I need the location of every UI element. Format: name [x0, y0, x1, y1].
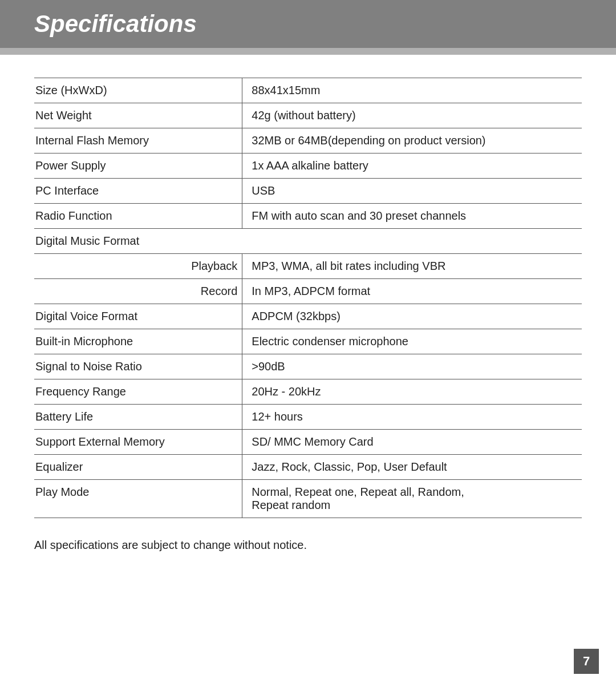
table-row: PlaybackMP3, WMA, all bit rates includin… — [34, 254, 582, 279]
specifications-table: Size (HxWxD)88x41x15mmNet Weight42g (wit… — [34, 78, 582, 518]
table-row: Signal to Noise Ratio>90dB — [34, 354, 582, 379]
content-area: Size (HxWxD)88x41x15mmNet Weight42g (wit… — [0, 55, 616, 575]
spec-label: Power Supply — [34, 153, 242, 179]
spec-label: Support External Memory — [34, 430, 242, 455]
spec-label: Play Mode — [34, 480, 242, 518]
table-row: RecordIn MP3, ADPCM format — [34, 279, 582, 304]
spec-value: 32MB or 64MB(depending on product versio… — [242, 128, 582, 153]
table-row: EqualizerJazz, Rock, Classic, Pop, User … — [34, 455, 582, 480]
spec-value: MP3, WMA, all bit rates including VBR — [242, 254, 582, 279]
spec-value: 42g (without battery) — [242, 103, 582, 128]
spec-label: Playback — [34, 254, 242, 279]
table-row: Frequency Range20Hz - 20kHz — [34, 379, 582, 405]
table-row: Built-in MicrophoneElectric condenser mi… — [34, 329, 582, 354]
table-row: Digital Music Format — [34, 229, 582, 254]
spec-value: Electric condenser microphone — [242, 329, 582, 354]
table-row: Internal Flash Memory32MB or 64MB(depend… — [34, 128, 582, 153]
spec-value: 88x41x15mm — [242, 78, 582, 103]
table-row: Digital Voice FormatADPCM (32kbps) — [34, 304, 582, 329]
spec-value: USB — [242, 179, 582, 204]
spec-label: Internal Flash Memory — [34, 128, 242, 153]
footnote: All specifications are subject to change… — [34, 539, 582, 552]
page-title: Specifications — [34, 10, 582, 38]
spec-value: In MP3, ADPCM format — [242, 279, 582, 304]
table-row: Size (HxWxD)88x41x15mm — [34, 78, 582, 103]
table-row: Net Weight42g (without battery) — [34, 103, 582, 128]
table-row: Power Supply1x AAA alkaline battery — [34, 153, 582, 179]
spec-label: Record — [34, 279, 242, 304]
spec-label: Built-in Microphone — [34, 329, 242, 354]
spec-value: 20Hz - 20kHz — [242, 379, 582, 405]
table-row: PC InterfaceUSB — [34, 179, 582, 204]
page-number: 7 — [574, 649, 599, 674]
table-row: Support External MemorySD/ MMC Memory Ca… — [34, 430, 582, 455]
spec-value: ADPCM (32kbps) — [242, 304, 582, 329]
spec-label: PC Interface — [34, 179, 242, 204]
table-row: Radio FunctionFM with auto scan and 30 p… — [34, 204, 582, 229]
spec-value: 1x AAA alkaline battery — [242, 153, 582, 179]
table-row: Play ModeNormal, Repeat one, Repeat all,… — [34, 480, 582, 518]
header-bar: Specifications — [0, 0, 616, 48]
spec-label: Net Weight — [34, 103, 242, 128]
spec-label: Battery Life — [34, 405, 242, 430]
spec-value: FM with auto scan and 30 preset channels — [242, 204, 582, 229]
spec-value: Jazz, Rock, Classic, Pop, User Default — [242, 455, 582, 480]
spec-label: Signal to Noise Ratio — [34, 354, 242, 379]
spec-label: Digital Music Format — [34, 229, 242, 254]
spec-label: Radio Function — [34, 204, 242, 229]
table-row: Battery Life12+ hours — [34, 405, 582, 430]
subheader-bar — [0, 48, 616, 55]
spec-label: Equalizer — [34, 455, 242, 480]
spec-label: Frequency Range — [34, 379, 242, 405]
spec-value: 12+ hours — [242, 405, 582, 430]
spec-value: Normal, Repeat one, Repeat all, Random,R… — [242, 480, 582, 518]
spec-value: >90dB — [242, 354, 582, 379]
spec-label: Size (HxWxD) — [34, 78, 242, 103]
spec-label: Digital Voice Format — [34, 304, 242, 329]
spec-value — [242, 229, 582, 254]
spec-value: SD/ MMC Memory Card — [242, 430, 582, 455]
